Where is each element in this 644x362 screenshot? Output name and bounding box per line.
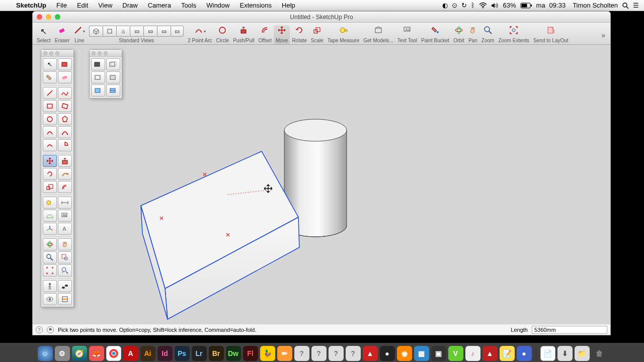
pal-section[interactable] xyxy=(58,293,72,305)
view-front-button[interactable]: ⌂ xyxy=(116,26,129,37)
pal-zoom-extents[interactable] xyxy=(43,264,57,277)
view-top-button[interactable] xyxy=(103,26,116,37)
pal-zoom-window[interactable] xyxy=(58,251,72,263)
dock-app[interactable]: ? xyxy=(346,346,361,361)
pal-rotate[interactable] xyxy=(43,168,57,180)
geo-button[interactable]: ⚑ xyxy=(47,326,54,333)
circle-icon[interactable] xyxy=(218,26,227,37)
pal-arc[interactable] xyxy=(43,126,57,138)
dock-acrobat[interactable]: A xyxy=(123,346,138,361)
styles-palette[interactable] xyxy=(89,49,122,99)
pal-dimension[interactable] xyxy=(58,197,72,209)
layout-icon[interactable] xyxy=(546,26,555,37)
dock-app[interactable]: ? xyxy=(294,346,309,361)
toolbar-overflow-button[interactable]: » xyxy=(598,31,608,44)
tape-icon[interactable] xyxy=(339,26,348,37)
dock-app[interactable]: V xyxy=(448,346,463,361)
view-bottom-button[interactable]: ▭ xyxy=(171,26,184,37)
style-backedges[interactable] xyxy=(106,58,120,70)
paint-icon[interactable] xyxy=(431,26,440,37)
style-textured[interactable] xyxy=(106,84,120,97)
dock-app[interactable]: ▦ xyxy=(414,346,429,361)
menulet-icon[interactable]: ⊙ xyxy=(452,2,457,9)
view-iso-button[interactable] xyxy=(89,26,102,37)
pal-tape[interactable] xyxy=(43,197,57,209)
dock-doc[interactable]: 📄 xyxy=(540,346,555,361)
text-icon[interactable]: A1 xyxy=(403,26,412,37)
dock-blender[interactable]: ◉ xyxy=(397,346,412,361)
pal-move[interactable] xyxy=(43,155,57,167)
orbit-icon[interactable] xyxy=(454,26,463,37)
pal-3pt-arc[interactable] xyxy=(43,139,57,151)
menu-window[interactable]: Window xyxy=(201,0,234,11)
dock-indesign[interactable]: Id xyxy=(157,346,173,361)
pal-look-around[interactable] xyxy=(43,293,57,305)
menu-tools[interactable]: Tools xyxy=(176,0,201,11)
dock-itunes[interactable]: ♪ xyxy=(465,346,480,361)
pal-line[interactable] xyxy=(43,87,57,99)
zoom-extents-icon[interactable] xyxy=(509,26,518,37)
dock-chrome[interactable] xyxy=(106,346,121,361)
dock-bridge[interactable]: Br xyxy=(209,346,224,361)
time-machine-icon[interactable]: ↻ xyxy=(461,2,467,9)
style-shaded[interactable] xyxy=(91,84,105,97)
pal-offset[interactable] xyxy=(58,181,72,193)
pal-make-component[interactable] xyxy=(58,58,72,70)
pal-zoom[interactable] xyxy=(43,251,57,263)
wifi-icon[interactable] xyxy=(479,3,487,9)
pal-eraser[interactable] xyxy=(58,71,72,83)
menu-draw[interactable]: Draw xyxy=(117,0,142,11)
measurements-input[interactable]: 5360mm xyxy=(532,326,607,334)
pal-position-camera[interactable] xyxy=(43,280,57,292)
dock-app[interactable]: ? xyxy=(311,346,327,361)
bluetooth-icon[interactable]: ᛒ xyxy=(471,2,475,9)
large-toolset-palette[interactable]: ↖ xyxy=(41,49,74,307)
line-icon[interactable] xyxy=(73,26,83,37)
pal-protractor[interactable] xyxy=(43,210,57,222)
dock-firefox[interactable]: 🦊 xyxy=(89,346,104,361)
dock-app[interactable]: ? xyxy=(329,346,344,361)
select-icon[interactable]: ↖ xyxy=(40,27,47,36)
dock-sketchup[interactable]: ▲ xyxy=(363,346,378,361)
zoom-icon[interactable] xyxy=(484,26,493,37)
pal-text[interactable]: A1 xyxy=(58,210,72,222)
rotate-icon[interactable] xyxy=(295,26,304,37)
menu-help[interactable]: Help xyxy=(277,0,300,11)
style-wireframe[interactable] xyxy=(91,71,105,83)
dock-finder[interactable]: ☺ xyxy=(38,346,53,361)
dock-photoshop[interactable]: Ps xyxy=(175,346,190,361)
dock-downloads[interactable]: ⬇ xyxy=(557,346,573,361)
view-back-button[interactable]: ▭ xyxy=(143,26,156,37)
dock-dreamweaver[interactable]: Dw xyxy=(226,346,241,361)
pal-paint[interactable] xyxy=(43,71,57,83)
dock-flash[interactable]: Fl xyxy=(243,346,258,361)
spotlight-icon[interactable] xyxy=(622,2,629,9)
user-name[interactable]: Timon Scholten xyxy=(573,2,618,9)
dock-trash[interactable]: 🗑 xyxy=(592,346,607,361)
style-xray[interactable] xyxy=(91,58,105,70)
pushpull-icon[interactable] xyxy=(239,26,248,37)
dock-app[interactable]: ⚙ xyxy=(55,346,70,361)
pal-followme[interactable] xyxy=(58,168,72,180)
pal-2pt-arc[interactable] xyxy=(58,126,72,138)
menu-file[interactable]: File xyxy=(51,0,72,11)
dock-stickies[interactable]: 📝 xyxy=(500,346,515,361)
offset-icon[interactable] xyxy=(261,26,270,37)
menu-edit[interactable]: Edit xyxy=(72,0,93,11)
pal-rectangle[interactable] xyxy=(43,100,57,112)
pal-select[interactable]: ↖ xyxy=(43,58,57,70)
move-icon[interactable] xyxy=(277,26,286,37)
pal-previous[interactable] xyxy=(58,264,72,277)
pal-pushpull[interactable] xyxy=(58,155,72,167)
dock-cyberduck[interactable]: 🦆 xyxy=(260,346,275,361)
style-hidden[interactable] xyxy=(106,71,120,83)
pal-walk[interactable] xyxy=(58,280,72,292)
pal-pie[interactable] xyxy=(58,139,72,151)
pal-3dtext[interactable]: A xyxy=(58,223,72,235)
pal-freehand[interactable] xyxy=(58,87,72,99)
menu-extensions[interactable]: Extensions xyxy=(234,0,277,11)
pal-rotated-rect[interactable] xyxy=(58,100,72,112)
dock[interactable]: ☺ ⚙ 🧭 🦊 A Ai Id Ps Lr Br Dw Fl 🦆 ✏ ? ? ?… xyxy=(0,343,644,362)
instructor-button[interactable]: ? xyxy=(36,326,43,333)
view-right-button[interactable]: ▭ xyxy=(130,26,143,37)
